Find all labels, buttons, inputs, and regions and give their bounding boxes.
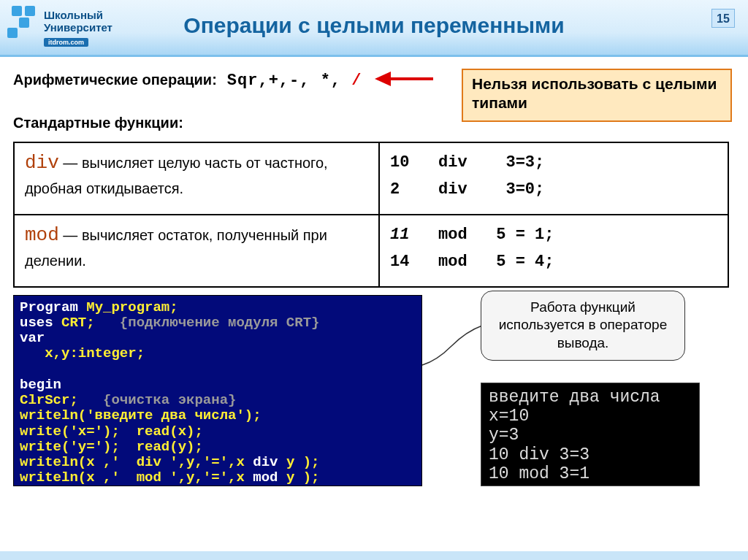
code-line: var <box>20 330 45 346</box>
slide-title: Операции с целыми переменными <box>0 13 748 38</box>
ops-slash: / <box>351 72 362 90</box>
table-row: div — вычисляет целую часть от частного,… <box>14 142 728 215</box>
mod-keyword: mod <box>25 224 59 246</box>
div-keyword: div <box>25 152 59 174</box>
code-comment: {ожидание нажатия клавиши} <box>111 486 327 486</box>
div-example-cell: 10 div 3=3; 2 div 3=0; <box>379 142 728 215</box>
table-row: mod — вычисляет остаток, полученный при … <box>14 215 728 287</box>
arith-ops: Sqr,+,-, *, / <box>227 72 362 90</box>
code-line: writeln('введите два числа'); <box>20 407 262 423</box>
code-comment: {подключение модуля CRT} <box>120 315 320 331</box>
div-desc-cell: div — вычисляет целую часть от частного,… <box>14 142 379 215</box>
code-line: writeln(x ,' mod ',y,'=',x <box>20 469 253 486</box>
slide-header: Школьный Университет itdrom.com Операции… <box>0 0 748 57</box>
warning-callout: Нельзя использовать с целыми типами <box>462 69 732 122</box>
program-output: введите два числа x=10 y=3 10 div 3=3 10… <box>481 383 700 486</box>
mod-ex-italic: 11 <box>390 226 409 244</box>
bubble-connector <box>422 324 482 365</box>
mod-desc-cell: mod — вычисляет остаток, полученный при … <box>14 215 379 287</box>
div-desc: — вычисляет целую часть от частного, дро… <box>25 155 328 196</box>
arith-row: Арифметические операции: Sqr,+,-, *, / Н… <box>13 72 735 90</box>
mod-desc: — вычисляет остаток, полученный при деле… <box>25 227 327 269</box>
code-line: x,y:integer; <box>20 345 145 361</box>
code-line: Program <box>20 299 78 315</box>
code-line: y ); <box>278 454 319 470</box>
code-line: My_program; <box>78 299 178 315</box>
ops-pre: Sqr,+,-, *, <box>227 72 351 90</box>
mod-ex-rest: mod 5 = 1; 14 mod 5 = 4; <box>390 226 554 271</box>
code-line: write('x='); read(x); <box>20 423 203 440</box>
page-number: 15 <box>711 9 735 28</box>
code-line: begin <box>20 377 61 393</box>
arith-label: Арифметические операции: <box>13 72 217 88</box>
code-line: write('y='); read(y); <box>20 439 203 455</box>
code-line: writeln(x ,' div ',y,'=',x <box>20 454 253 470</box>
slide: Школьный Университет itdrom.com Операции… <box>0 0 748 560</box>
functions-table: div — вычисляет целую часть от частного,… <box>13 142 729 288</box>
code-area: Program My_program; uses CRT; {подключен… <box>13 295 735 486</box>
footer-bar <box>0 551 748 560</box>
logo-ribbon: itdrom.com <box>44 38 88 47</box>
code-kw: div <box>253 454 278 470</box>
mod-example-cell: 11 mod 5 = 1; 14 mod 5 = 4; <box>379 215 728 287</box>
speech-bubble: Работа функций используется в операторе … <box>481 291 685 361</box>
code-kw: mod <box>253 469 278 486</box>
code-comment: {очистка экрана} <box>103 392 236 408</box>
code-line: readkey; <box>20 486 111 486</box>
code-line: y ); <box>278 469 319 486</box>
code-line: CRT; <box>53 315 120 331</box>
code-line: ClrScr; <box>20 392 103 408</box>
code-line: uses <box>20 315 53 331</box>
code-box: Program My_program; uses CRT; {подключен… <box>13 295 422 486</box>
slide-body: Арифметические операции: Sqr,+,-, *, / Н… <box>0 57 748 486</box>
